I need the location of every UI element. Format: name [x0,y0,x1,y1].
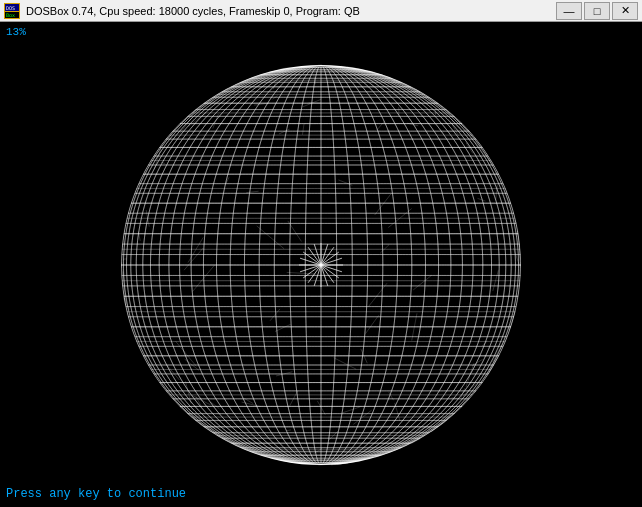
app-icon: DOS Box [4,3,20,19]
titlebar: DOS Box DOSBox 0.74, Cpu speed: 18000 cy… [0,0,642,22]
sphere-container [111,55,531,475]
sphere-canvas [111,55,531,475]
titlebar-title: DOSBox 0.74, Cpu speed: 18000 cycles, Fr… [26,5,550,17]
dosbox-content: 13% Press any key to continue [0,22,642,507]
titlebar-controls: — □ ✕ [556,2,638,20]
maximize-button[interactable]: □ [584,2,610,20]
svg-text:DOS: DOS [6,5,15,11]
press-key-text: Press any key to continue [6,487,186,501]
minimize-button[interactable]: — [556,2,582,20]
counter-text: 13% [6,26,26,38]
close-button[interactable]: ✕ [612,2,638,20]
svg-text:Box: Box [6,12,15,18]
